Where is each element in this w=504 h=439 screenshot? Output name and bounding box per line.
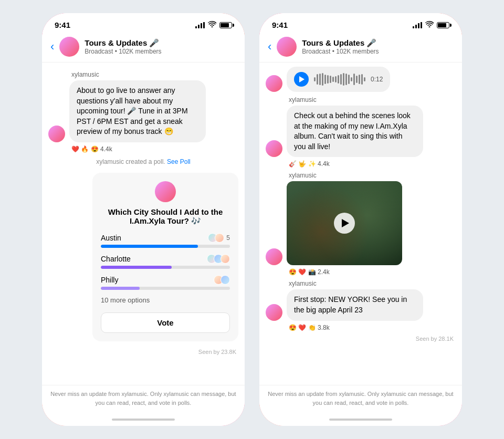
reactions-r4[interactable]: 😍 ❤️ 👏 3.8k: [289, 324, 456, 331]
reactions-1[interactable]: ❤️ 🔥 😍 4.4k: [71, 145, 238, 153]
reactions-r3[interactable]: 😍 ❤️ 📸 2.4k: [289, 268, 456, 276]
avatar-1: [48, 126, 65, 142]
message-bubble-r2: Check out a behind the scenes look at th…: [287, 106, 423, 157]
vote-button[interactable]: Vote: [101, 312, 230, 333]
back-button-right[interactable]: ‹: [268, 40, 271, 54]
chat-header-right: ‹ Tours & Updates 🎤 Broadcast • 102K mem…: [259, 33, 462, 62]
channel-subtitle-left: Broadcast • 102K members: [85, 48, 236, 55]
status-icons-left: [195, 21, 232, 29]
sender-label-1: xylamusic: [71, 71, 238, 78]
sender-label-r3: xylamusic: [289, 172, 456, 179]
audio-bubble[interactable]: 0:12: [287, 67, 390, 92]
avatar-audio: [266, 75, 282, 92]
status-icons-right: [413, 21, 449, 29]
avatar-r2: [266, 140, 282, 157]
signal-icon-right: [413, 22, 422, 28]
battery-icon: [219, 22, 232, 28]
video-play-icon: [342, 219, 349, 227]
poll-avatar: [155, 181, 176, 202]
channel-title-right: Tours & Updates 🎤: [302, 38, 454, 48]
reactions-r2[interactable]: 🎸 🤟 ✨ 4.4k: [289, 160, 456, 168]
option-label-austin: Austin: [101, 234, 121, 242]
avatar-r3: [266, 248, 282, 265]
option-voters-charlotte: [207, 254, 230, 264]
poll-option-philly[interactable]: Philly: [101, 275, 230, 290]
poll-card: Which City Should I Add to the I.Am.Xyla…: [92, 173, 238, 341]
seen-label-right: Seen by 28.1K: [266, 333, 456, 344]
header-info-right: Tours & Updates 🎤 Broadcast • 102K membe…: [302, 38, 454, 55]
wifi-icon: [208, 21, 216, 29]
video-thumbnail[interactable]: [287, 181, 402, 265]
vote-count-austin: 5: [226, 234, 230, 242]
channel-avatar-left: [59, 37, 79, 57]
home-indicator-left: [42, 413, 245, 426]
poll-option-charlotte[interactable]: Charlotte: [101, 254, 230, 269]
status-time-right: 9:41: [272, 20, 288, 29]
wifi-icon-right: [425, 21, 434, 29]
audio-duration: 0:12: [371, 76, 383, 83]
chat-area-left: xylamusic About to go live to answer any…: [42, 62, 245, 385]
chat-footer-left: Never miss an update from xylamusic. Onl…: [42, 385, 245, 413]
signal-icon: [195, 22, 205, 28]
poll-row: Which City Should I Add to the I.Am.Xyla…: [48, 171, 238, 343]
video-play-overlay[interactable]: [334, 213, 355, 234]
avatar-r4: [266, 304, 282, 321]
poll-option-austin[interactable]: Austin 5: [101, 233, 230, 248]
phone-left: 9:41 ‹: [41, 12, 246, 427]
play-button[interactable]: [294, 72, 309, 87]
option-label-charlotte: Charlotte: [101, 255, 131, 263]
audio-message-row: 0:12: [266, 67, 456, 92]
back-button-left[interactable]: ‹: [50, 40, 54, 54]
play-icon: [299, 76, 304, 82]
option-voters-austin: 5: [208, 233, 230, 243]
header-info-left: Tours & Updates 🎤 Broadcast • 102K membe…: [85, 38, 236, 55]
system-message: xylamusic created a poll. See Poll: [48, 158, 238, 165]
more-options[interactable]: 10 more options: [101, 296, 230, 304]
status-time-left: 9:41: [55, 20, 70, 29]
poll-question: Which City Should I Add to the I.Am.Xyla…: [101, 207, 230, 226]
sender-label-r4: xylamusic: [289, 280, 456, 287]
option-label-philly: Philly: [101, 276, 118, 284]
channel-subtitle-right: Broadcast • 102K members: [302, 48, 454, 55]
message-bubble-1: About to go live to answer any questions…: [69, 80, 206, 142]
channel-title-left: Tours & Updates 🎤: [85, 38, 236, 48]
status-bar-right: 9:41: [259, 13, 462, 33]
chat-area-right: 0:12 xylamusic Check out a behind the sc…: [259, 62, 462, 385]
message-row-1: About to go live to answer any questions…: [48, 80, 238, 142]
battery-icon-right: [437, 22, 449, 28]
option-voters-philly: [214, 275, 230, 285]
message-bubble-r4: First stop: NEW YORK! See you in the big…: [287, 289, 423, 320]
video-message-row: [266, 181, 456, 265]
chat-header-left: ‹ Tours & Updates 🎤 Broadcast • 102K mem…: [42, 33, 245, 62]
chat-footer-right: Never miss an update from xylamusic. Onl…: [259, 385, 462, 413]
home-indicator-right: [259, 413, 462, 426]
message-row-r4: First stop: NEW YORK! See you in the big…: [266, 289, 456, 320]
phone-right: 9:41 ‹: [258, 12, 463, 427]
seen-label-left: Seen by 23.8K: [48, 347, 238, 357]
see-poll-link[interactable]: See Poll: [167, 158, 191, 165]
sender-label-r2: xylamusic: [289, 96, 456, 103]
status-bar-left: 9:41: [42, 13, 245, 33]
waveform: [314, 73, 365, 86]
channel-avatar-right: [277, 37, 297, 57]
message-row-r2: Check out a behind the scenes look at th…: [266, 106, 456, 157]
